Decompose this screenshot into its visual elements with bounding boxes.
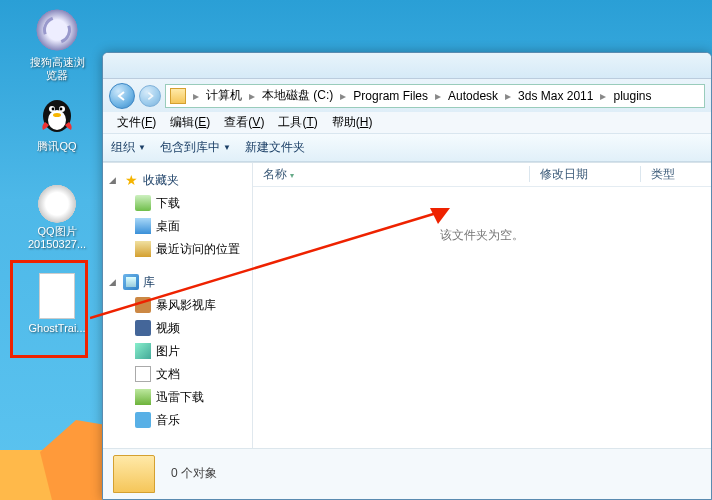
- nav-pictures[interactable]: 图片: [131, 340, 252, 363]
- address-bar-row: ▸ 计算机 ▸ 本地磁盘 (C:) ▸ Program Files ▸ Auto…: [103, 79, 711, 111]
- desktop-icon-qq-image[interactable]: QQ图片20150327...: [22, 175, 92, 251]
- explorer-body: ◢ ★ 收藏夹 下载 桌面 最近访问的位置 ◢ 库 暴风影视库: [103, 162, 711, 448]
- desktop-icon-ghosttrails[interactable]: GhostTrai...: [22, 272, 92, 335]
- menu-bar: 文件(F) 编辑(E) 查看(V) 工具(T) 帮助(H): [103, 112, 711, 134]
- icon-label: 腾讯QQ: [22, 140, 92, 153]
- breadcrumb-autodesk[interactable]: Autodesk: [448, 89, 498, 103]
- svg-point-4: [52, 108, 55, 111]
- image-icon: [33, 175, 81, 223]
- collapse-icon: ◢: [109, 277, 119, 287]
- nav-libraries-header[interactable]: ◢ 库: [103, 271, 252, 294]
- nav-thunder[interactable]: 迅雷下载: [131, 386, 252, 409]
- explorer-window: ▸ 计算机 ▸ 本地磁盘 (C:) ▸ Program Files ▸ Auto…: [102, 52, 712, 500]
- icon-label: QQ图片20150327...: [22, 225, 92, 251]
- include-in-library-button[interactable]: 包含到库中 ▼: [160, 139, 231, 156]
- qq-icon: [33, 90, 81, 138]
- breadcrumb-programfiles[interactable]: Program Files: [353, 89, 428, 103]
- breadcrumb-separator: ▸: [505, 89, 511, 103]
- nav-desktop[interactable]: 桌面: [131, 215, 252, 238]
- breadcrumb-drive[interactable]: 本地磁盘 (C:): [262, 87, 333, 104]
- collapse-icon: ◢: [109, 175, 119, 185]
- menu-file[interactable]: 文件(F): [111, 112, 162, 133]
- nav-recent[interactable]: 最近访问的位置: [131, 238, 252, 261]
- column-name[interactable]: 名称▾: [253, 166, 529, 183]
- menu-tools[interactable]: 工具(T): [272, 112, 323, 133]
- breadcrumb-separator: ▸: [193, 89, 199, 103]
- toolbar: 组织 ▼ 包含到库中 ▼ 新建文件夹: [103, 134, 711, 162]
- picture-icon: [135, 343, 151, 359]
- nav-favorites-header[interactable]: ◢ ★ 收藏夹: [103, 169, 252, 192]
- icon-label: GhostTrai...: [22, 322, 92, 335]
- nav-libraries-group: ◢ 库 暴风影视库 视频 图片 文档 迅雷下载 音乐: [103, 271, 252, 432]
- breadcrumb-separator: ▸: [435, 89, 441, 103]
- nav-baofeng[interactable]: 暴风影视库: [131, 294, 252, 317]
- nav-libraries-label: 库: [143, 274, 155, 291]
- nav-favorites-group: ◢ ★ 收藏夹 下载 桌面 最近访问的位置: [103, 169, 252, 261]
- nav-documents[interactable]: 文档: [131, 363, 252, 386]
- nav-forward-button[interactable]: [139, 85, 161, 107]
- document-icon: [135, 366, 151, 382]
- item-count: 0 个对象: [171, 465, 217, 482]
- libraries-icon: [123, 274, 139, 290]
- address-bar[interactable]: ▸ 计算机 ▸ 本地磁盘 (C:) ▸ Program Files ▸ Auto…: [165, 84, 705, 108]
- thunder-icon: [135, 389, 151, 405]
- menu-help[interactable]: 帮助(H): [326, 112, 379, 133]
- breadcrumb-3dsmax[interactable]: 3ds Max 2011: [518, 89, 593, 103]
- icon-label: 搜狗高速浏览器: [22, 56, 92, 82]
- browser-icon: [33, 6, 81, 54]
- breadcrumb-separator: ▸: [600, 89, 606, 103]
- column-type[interactable]: 类型: [641, 166, 711, 183]
- nav-pane: ◢ ★ 收藏夹 下载 桌面 最近访问的位置 ◢ 库 暴风影视库: [103, 163, 253, 448]
- menu-edit[interactable]: 编辑(E): [164, 112, 216, 133]
- breadcrumb-plugins[interactable]: plugins: [613, 89, 651, 103]
- nav-downloads[interactable]: 下载: [131, 192, 252, 215]
- status-bar: 0 个对象: [103, 448, 711, 499]
- chevron-down-icon: ▼: [223, 143, 231, 152]
- new-folder-button[interactable]: 新建文件夹: [245, 139, 305, 156]
- content-pane: 名称▾ 修改日期 类型 该文件夹为空。: [253, 163, 711, 448]
- desktop-icon: [135, 218, 151, 234]
- nav-music[interactable]: 音乐: [131, 409, 252, 432]
- svg-point-5: [60, 108, 63, 111]
- menu-view[interactable]: 查看(V): [218, 112, 270, 133]
- window-titlebar[interactable]: [103, 53, 711, 79]
- folder-icon: [113, 455, 155, 493]
- columns-header: 名称▾ 修改日期 类型: [253, 163, 711, 187]
- desktop-icon-qq[interactable]: 腾讯QQ: [22, 90, 92, 153]
- breadcrumb-computer[interactable]: 计算机: [206, 87, 242, 104]
- breadcrumb-separator: ▸: [340, 89, 346, 103]
- video-icon: [135, 320, 151, 336]
- column-modified[interactable]: 修改日期: [530, 166, 640, 183]
- empty-folder-message: 该文件夹为空。: [253, 187, 711, 244]
- organize-button[interactable]: 组织 ▼: [111, 139, 146, 156]
- sort-indicator-icon: ▾: [290, 171, 294, 180]
- nav-back-button[interactable]: [109, 83, 135, 109]
- breadcrumb-separator: ▸: [249, 89, 255, 103]
- nav-videos[interactable]: 视频: [131, 317, 252, 340]
- video-library-icon: [135, 297, 151, 313]
- nav-favorites-label: 收藏夹: [143, 172, 179, 189]
- music-icon: [135, 412, 151, 428]
- star-icon: ★: [123, 172, 139, 188]
- file-icon: [33, 272, 81, 320]
- recent-icon: [135, 241, 151, 257]
- desktop-icon-sogou-browser[interactable]: 搜狗高速浏览器: [22, 6, 92, 82]
- download-icon: [135, 195, 151, 211]
- chevron-down-icon: ▼: [138, 143, 146, 152]
- folder-icon: [170, 88, 186, 104]
- svg-point-6: [53, 113, 61, 117]
